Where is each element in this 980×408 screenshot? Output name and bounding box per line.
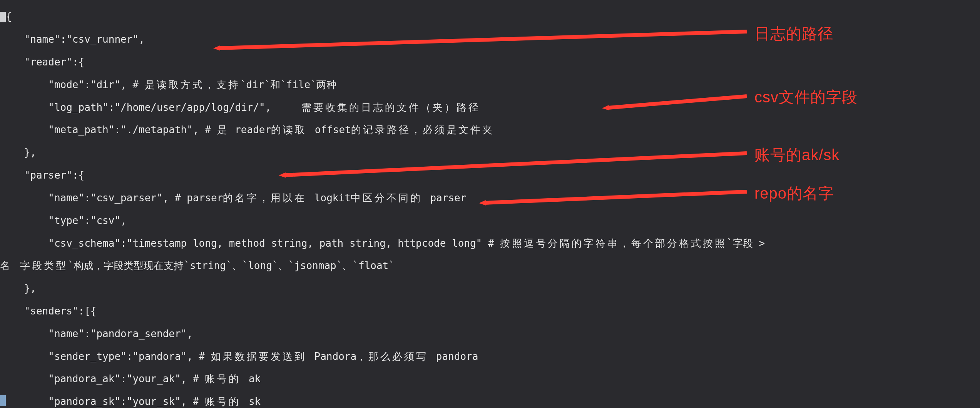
comment-schema: # 按照逗号分隔的字符串，每个部分格式按照`字段 <box>482 237 753 249</box>
key-name: "name" <box>24 33 60 45</box>
comment-mode: # 是读取方式，支持`dir`和`file`两种 <box>132 79 336 90</box>
comment-ak: # 账号的 ak <box>193 373 261 385</box>
val-logpath: :"/home/user/app/log/dir/", <box>109 102 271 113</box>
val-stype: :"pandora", <box>127 351 193 362</box>
val-schema: :"timestamp long, method string, path st… <box>120 237 482 249</box>
comment-pname: # parser的名字，用以在 logkit中区分不同的 parser <box>175 192 466 204</box>
comment-metapath: # 是 reader的读取 offset的记录路径，必须是文件夹 <box>205 124 494 135</box>
val-ptype: :"csv", <box>84 215 127 226</box>
annotation-aksk: 账号的ak/sk <box>754 144 840 166</box>
key-ak: "pandora_ak" <box>48 373 120 385</box>
parser-close: }, <box>24 283 36 294</box>
val-sname: :"pandora_sender", <box>84 328 193 339</box>
line-overflow-icon: > <box>759 237 765 249</box>
cursor-icon <box>0 395 6 406</box>
key-sname: "name" <box>48 328 84 339</box>
comment-stype: # 如果数据要发送到 Pandora，那么必须写 pandora <box>199 351 478 362</box>
key-logpath: "log_path" <box>48 102 109 113</box>
val-ak: :"your_ak", <box>120 373 187 385</box>
val-mode: :"dir", <box>84 79 127 90</box>
val-pname: :"csv_parser", <box>84 192 169 204</box>
key-stype: "sender_type" <box>48 351 127 362</box>
annotation-csvfields: csv文件的字段 <box>754 87 858 108</box>
senders-open: :[{ <box>79 305 97 317</box>
key-metapath: "meta_path" <box>48 124 114 135</box>
key-schema: "csv_schema" <box>48 237 120 249</box>
reader-close: }, <box>24 147 36 158</box>
brace-open: { <box>6 11 12 22</box>
val-name: :"csv_runner", <box>60 33 145 45</box>
val-metapath: :"./metapath", <box>114 124 199 135</box>
val-sk: :"your_sk", <box>120 396 187 407</box>
parser-open: :{ <box>72 169 84 181</box>
annotation-logpath: 日志的路径 <box>754 23 833 44</box>
key-reader: "reader" <box>24 56 72 68</box>
key-senders: "senders" <box>24 305 79 317</box>
annotation-reponame: repo的名字 <box>754 183 834 204</box>
comment-schema-wrap: 名 字段类型`构成，字段类型现在支持`string`、`long`、`jsonm… <box>0 260 395 271</box>
comment-sk: # 账号的 sk <box>193 396 261 407</box>
code-block: { "name":"csv_runner", "reader":{ "mode"… <box>0 0 980 408</box>
key-ptype: "type" <box>48 215 84 226</box>
key-sk: "pandora_sk" <box>48 396 120 407</box>
key-parser: "parser" <box>24 169 72 181</box>
key-pname: "name" <box>48 192 84 204</box>
comment-logpath: 需要收集的日志的文件（夹）路径 <box>301 102 480 113</box>
reader-open: :{ <box>72 56 84 68</box>
key-mode: "mode" <box>48 79 84 90</box>
